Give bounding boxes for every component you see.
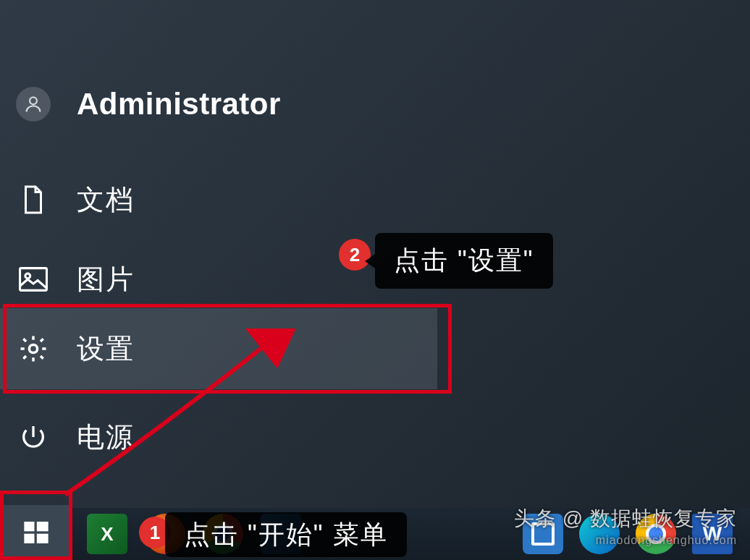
annotation-callout-1-text: 点击 "开始" 菜单 — [184, 517, 388, 553]
annotation-callout-2-text: 点击 "设置" — [394, 243, 534, 279]
watermark: 头条 @ 数据蛙恢复专家 miaodongshenghuo.com — [514, 505, 737, 547]
start-button[interactable] — [0, 505, 72, 560]
taskbar-app-excel[interactable]: X — [87, 514, 127, 554]
document-icon — [16, 182, 51, 217]
start-menu-pictures-label: 图片 — [77, 261, 135, 298]
start-menu-user-item[interactable]: Administrator — [0, 69, 463, 139]
annotation-callout-2: 点击 "设置" — [375, 233, 553, 289]
svg-rect-7 — [37, 534, 49, 543]
start-menu-user-label: Administrator — [77, 87, 281, 122]
svg-rect-1 — [20, 268, 47, 291]
start-menu-settings-item[interactable]: 设置 — [0, 308, 437, 389]
svg-rect-5 — [37, 522, 49, 531]
svg-point-0 — [30, 97, 37, 104]
annotation-badge-1-number: 1 — [150, 522, 160, 544]
svg-rect-4 — [24, 522, 34, 531]
gear-icon — [16, 331, 51, 366]
svg-rect-6 — [24, 534, 34, 543]
start-menu-documents-label: 文档 — [77, 182, 135, 219]
annotation-callout-1: 点击 "开始" 菜单 — [165, 512, 407, 557]
annotation-badge-2-number: 2 — [350, 244, 360, 266]
watermark-line2: miaodongshenghuo.com — [514, 534, 737, 547]
user-avatar-icon — [16, 87, 51, 122]
svg-point-3 — [29, 344, 37, 352]
start-menu-documents-item[interactable]: 文档 — [0, 165, 463, 234]
windows-logo-icon — [22, 518, 51, 547]
watermark-line1: 头条 @ 数据蛙恢复专家 — [514, 507, 737, 530]
start-menu-power-item[interactable]: 电源 — [0, 402, 463, 472]
svg-point-2 — [25, 273, 30, 279]
power-icon — [16, 420, 51, 454]
start-menu-settings-label: 设置 — [77, 331, 135, 368]
desktop-screen: Administrator 文档 图片 设置 电源 — [0, 0, 750, 560]
pictures-icon — [16, 262, 51, 297]
start-menu-power-label: 电源 — [77, 419, 135, 456]
